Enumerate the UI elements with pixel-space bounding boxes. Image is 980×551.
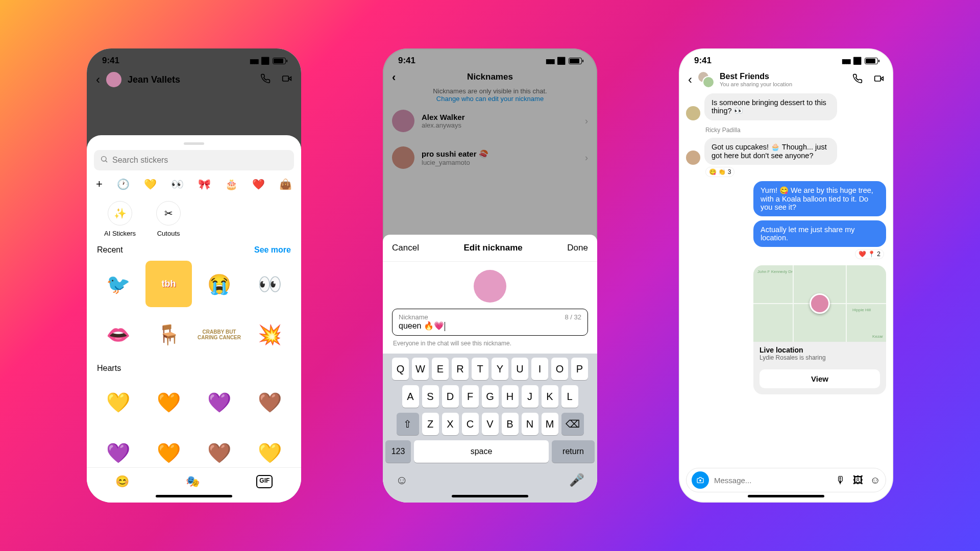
key-f[interactable]: F (462, 385, 479, 408)
key-b[interactable]: B (502, 413, 519, 435)
video-icon[interactable] (282, 73, 292, 86)
see-more-link[interactable]: See more (254, 245, 291, 255)
sticker[interactable]: 💛 (95, 379, 141, 425)
search-placeholder: Search stickers (112, 156, 168, 165)
key-j[interactable]: J (522, 385, 538, 408)
sticker[interactable]: 💜 (196, 379, 242, 425)
search-input[interactable]: Search stickers (94, 150, 294, 170)
sticker[interactable]: 🧡 (145, 379, 192, 425)
message-incoming[interactable]: Got us cupcakes! 🧁 Though... just got he… (686, 138, 886, 165)
key-h[interactable]: H (502, 385, 519, 408)
svg-point-1 (102, 157, 106, 161)
tab-gif[interactable]: GIF (256, 475, 273, 488)
key-l[interactable]: L (561, 385, 578, 408)
add-category-button[interactable]: + (96, 178, 103, 191)
backspace-key[interactable]: ⌫ (561, 413, 584, 435)
key-q[interactable]: Q (392, 358, 409, 380)
signal-icon (842, 56, 850, 66)
key-t[interactable]: T (472, 358, 488, 380)
sticker[interactable]: 🤎 (247, 379, 293, 425)
key-y[interactable]: Y (492, 358, 508, 380)
key-g[interactable]: G (482, 385, 499, 408)
location-card[interactable]: John F Kennedy Dr Hippie Hill Kezar Live… (753, 265, 886, 394)
sticker[interactable]: 💥 (247, 311, 293, 358)
shift-key[interactable]: ⇧ (397, 413, 419, 435)
category-icon[interactable]: 🎀 (198, 178, 211, 190)
sticker[interactable]: 👄 (95, 311, 141, 358)
done-button[interactable]: Done (567, 243, 588, 253)
tab-sticker[interactable]: 🎭 (186, 475, 200, 488)
category-icon[interactable]: 🎂 (225, 178, 238, 190)
numbers-key[interactable]: 123 (385, 440, 411, 463)
home-indicator[interactable] (156, 495, 232, 497)
message-reactions[interactable]: ❤️ 📍 2 (855, 249, 884, 259)
key-n[interactable]: N (522, 413, 538, 435)
key-u[interactable]: U (511, 358, 528, 380)
category-icon[interactable]: 💛 (144, 178, 157, 190)
back-button[interactable]: ‹ (392, 71, 396, 84)
home-indicator[interactable] (748, 495, 824, 497)
message-outgoing[interactable]: Yum! 😋 We are by this huge tree, with a … (753, 181, 886, 216)
key-x[interactable]: X (442, 413, 459, 435)
key-v[interactable]: V (482, 413, 499, 435)
sticker-icon[interactable]: ☺ (870, 474, 880, 486)
call-icon[interactable] (852, 73, 863, 86)
nickname-row[interactable]: Alex Walker alex.anyways › (383, 103, 597, 139)
key-o[interactable]: O (551, 358, 568, 380)
video-icon[interactable] (874, 73, 884, 86)
sticker[interactable]: 🪑 (145, 311, 192, 358)
key-m[interactable]: M (542, 413, 558, 435)
key-k[interactable]: K (542, 385, 558, 408)
category-row: + 🕐 💛 👀 🎀 🎂 ❤️ 👜 (94, 170, 294, 198)
message-input[interactable] (714, 476, 830, 485)
key-e[interactable]: E (432, 358, 449, 380)
call-icon[interactable] (260, 73, 271, 86)
mic-icon[interactable]: 🎙 (836, 474, 846, 486)
sticker[interactable]: 😭 (196, 261, 242, 307)
avatar (686, 151, 700, 165)
key-i[interactable]: I (531, 358, 548, 380)
group-avatar[interactable] (697, 71, 715, 88)
key-c[interactable]: C (462, 413, 479, 435)
sticker[interactable]: tbh (145, 261, 192, 307)
image-icon[interactable]: 🖼 (853, 474, 863, 486)
nickname-row[interactable]: pro sushi eater 🍣 lucie_yamamoto › (383, 139, 597, 176)
cancel-button[interactable]: Cancel (392, 243, 419, 253)
category-icon[interactable]: 👀 (171, 178, 184, 190)
category-recent-icon[interactable]: 🕐 (117, 178, 130, 190)
change-editors-link[interactable]: Change who can edit your nickname (388, 95, 592, 103)
message-reactions[interactable]: 😋 👏 3 (705, 167, 734, 177)
view-location-button[interactable]: View (760, 369, 880, 388)
camera-button[interactable] (692, 471, 709, 489)
sticker[interactable]: 🐦 (95, 261, 141, 307)
chevron-right-icon: › (585, 116, 588, 127)
key-p[interactable]: P (571, 358, 588, 380)
back-button[interactable]: ‹ (96, 72, 100, 87)
nickname-input[interactable]: Nickname queen 🔥💗 8 / 32 (392, 309, 588, 336)
key-z[interactable]: Z (422, 413, 439, 435)
key-a[interactable]: A (402, 385, 419, 408)
category-icon[interactable]: ❤️ (252, 178, 265, 190)
home-indicator[interactable] (452, 495, 528, 497)
chat-title[interactable]: Jean Vallets (128, 74, 254, 85)
space-key[interactable]: space (414, 440, 549, 463)
message-incoming[interactable]: Is someone bringing dessert to this thin… (686, 93, 886, 120)
return-key[interactable]: return (552, 440, 595, 463)
sticker[interactable]: CRABBY BUTCARING CANCER (196, 311, 242, 358)
cutouts-button[interactable]: ✂ Cutouts (156, 201, 181, 237)
sticker[interactable]: 👀 (247, 261, 293, 307)
key-s[interactable]: S (422, 385, 439, 408)
message-outgoing[interactable]: Actually let me just share my location. (753, 220, 886, 247)
mic-key[interactable]: 🎤 (569, 473, 584, 487)
sheet-grabber[interactable] (184, 142, 204, 145)
key-w[interactable]: W (412, 358, 429, 380)
tab-avatar[interactable]: 😊 (115, 475, 129, 488)
avatar[interactable] (106, 72, 121, 87)
key-d[interactable]: D (442, 385, 459, 408)
category-icon[interactable]: 👜 (279, 178, 292, 190)
ai-stickers-button[interactable]: ✨ AI Stickers (104, 201, 136, 237)
chat-title[interactable]: Best Friends (720, 72, 847, 81)
back-button[interactable]: ‹ (688, 72, 692, 87)
key-r[interactable]: R (452, 358, 469, 380)
emoji-key[interactable]: ☺ (396, 473, 408, 487)
